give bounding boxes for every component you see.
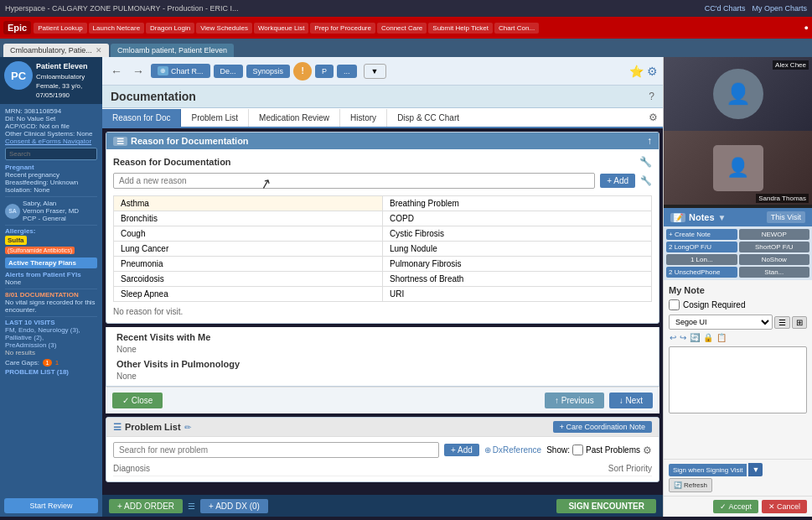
problem-settings-btn[interactable]: ⚙ bbox=[643, 445, 652, 456]
diag-copd[interactable]: COPD bbox=[383, 211, 651, 226]
forward-btn[interactable]: → bbox=[129, 63, 147, 80]
patient-search-input[interactable] bbox=[5, 148, 97, 160]
p-btn[interactable]: P bbox=[315, 65, 334, 78]
care-gaps-count[interactable]: 1 bbox=[43, 359, 51, 367]
problem-list-label[interactable]: PROBLEM LIST (18) bbox=[5, 368, 97, 376]
workqueue-list-btn[interactable]: Workqueue List bbox=[254, 23, 308, 34]
lon-btn[interactable]: 1 Lon... bbox=[666, 254, 737, 265]
cancel-btn[interactable]: ✕ Cancel bbox=[762, 500, 807, 513]
chart-review-btn[interactable]: ⊕ Chart R... bbox=[151, 64, 210, 78]
tab-active[interactable]: Cmloambulatory, Patie... ✕ bbox=[3, 44, 109, 57]
add-reason-input[interactable] bbox=[113, 173, 595, 189]
last10-item2[interactable]: PreAdmission (3) bbox=[5, 341, 97, 349]
epic-logo[interactable]: Epic bbox=[3, 21, 31, 34]
expand-btn[interactable]: ⊞ bbox=[792, 316, 807, 329]
tab-inactive[interactable]: Cmloamb patient, Patient Eleven bbox=[111, 44, 234, 57]
doc-help-icon[interactable]: ? bbox=[649, 91, 654, 102]
create-note-btn[interactable]: + Create Note bbox=[666, 229, 737, 240]
more-btn[interactable]: ... bbox=[337, 65, 357, 78]
dragon-login-btn[interactable]: Dragon Login bbox=[146, 23, 194, 34]
this-visit-btn[interactable]: This Visit bbox=[767, 211, 805, 223]
accept-btn[interactable]: ✓ Accept bbox=[713, 500, 758, 513]
diag-cystic[interactable]: Cystic Fibrosis bbox=[383, 226, 651, 241]
tab-medication-review[interactable]: Medication Review bbox=[249, 109, 340, 127]
previous-btn[interactable]: ↑ Previous bbox=[545, 393, 604, 408]
active-therapy-btn[interactable]: Active Therapy Plans bbox=[5, 257, 97, 268]
my-open-charts-link[interactable]: My Open Charts bbox=[752, 4, 807, 13]
diag-shortness[interactable]: Shortness of Breath bbox=[383, 272, 651, 286]
add-order-btn[interactable]: + ADD ORDER bbox=[109, 499, 183, 513]
patient-lookup-btn[interactable]: Patient Lookup bbox=[34, 23, 86, 34]
diag-pneumonia[interactable]: Pneumonia bbox=[114, 257, 382, 271]
cosign-checkbox[interactable] bbox=[669, 299, 680, 310]
diag-sleep-apnea[interactable]: Sleep Apnea bbox=[114, 287, 382, 301]
diag-lung-nodule[interactable]: Lung Nodule bbox=[383, 242, 651, 256]
diag-sarcoidosis[interactable]: Sarcoidosis bbox=[114, 272, 382, 286]
refresh-btn[interactable]: 🔄 Refresh bbox=[669, 478, 712, 492]
newop-btn[interactable]: NEWOP bbox=[739, 229, 810, 240]
problem-search-input[interactable] bbox=[113, 442, 439, 458]
tab-problem-list[interactable]: Problem List bbox=[181, 109, 249, 127]
care-coordination-btn[interactable]: + Care Coordination Note bbox=[553, 421, 652, 433]
past-problems-checkbox[interactable] bbox=[572, 445, 583, 455]
problem-edit-btn[interactable]: ✏ bbox=[184, 423, 191, 432]
problem-add-btn[interactable]: + Add bbox=[444, 444, 479, 456]
list-view-btn[interactable]: ☰ bbox=[774, 316, 790, 329]
tab-disp-cc[interactable]: Disp & CC Chart bbox=[387, 109, 469, 127]
format-btn[interactable]: 🔄 bbox=[689, 332, 701, 343]
noshow-btn[interactable]: NoShow bbox=[739, 254, 810, 265]
add-reason-btn[interactable]: + Add bbox=[600, 174, 635, 188]
launch-netcare-btn[interactable]: Launch Netcare bbox=[89, 23, 144, 34]
redo-btn[interactable]: ↪ bbox=[679, 332, 687, 343]
next-btn[interactable]: ↓ Next bbox=[609, 393, 653, 408]
diag-breathing[interactable]: Breathing Problem bbox=[383, 196, 651, 211]
synopsis-btn[interactable]: Synopsis bbox=[246, 65, 291, 78]
unsched-phone-btn[interactable]: 2 UnschedPhone bbox=[666, 267, 737, 278]
tab-close-icon[interactable]: ✕ bbox=[96, 46, 102, 55]
add-reason-settings-icon[interactable]: 🔧 bbox=[640, 175, 652, 186]
longop-fu-btn[interactable]: 2 LongOP F/U bbox=[666, 242, 737, 252]
reason-wrench-icon[interactable]: 🔧 bbox=[639, 156, 652, 168]
diag-lung-cancer[interactable]: Lung Cancer bbox=[114, 242, 382, 256]
dx-reference-btn[interactable]: ⊕ DxReference bbox=[484, 445, 541, 455]
notes-dropdown-icon[interactable]: ▼ bbox=[718, 213, 727, 222]
cc-charts-link[interactable]: CC'd Charts bbox=[705, 4, 746, 13]
last10-item1[interactable]: Palliative (2), bbox=[5, 334, 97, 341]
diag-bronchitis[interactable]: Bronchitis bbox=[114, 211, 382, 226]
prep-procedure-btn[interactable]: Prep for Procedure bbox=[310, 23, 375, 34]
diag-asthma[interactable]: Asthma bbox=[114, 196, 382, 211]
sign-dropdown-arrow[interactable]: ▼ bbox=[748, 463, 763, 476]
note-textarea[interactable] bbox=[669, 346, 807, 413]
tab-history[interactable]: History bbox=[340, 109, 387, 127]
diag-uri[interactable]: URI bbox=[383, 287, 651, 301]
undo-btn[interactable]: ↩ bbox=[669, 332, 677, 343]
patient-consent[interactable]: Consent & eForms Navigator bbox=[5, 138, 97, 145]
diag-pulm-fibrosis[interactable]: Pulmonary Fibrosis bbox=[383, 257, 651, 271]
sign-when-signing-btn[interactable]: Sign when Signing Visit bbox=[669, 464, 747, 476]
submit-help-btn[interactable]: Submit Help Ticket bbox=[428, 23, 493, 34]
close-btn[interactable]: ✓ Close bbox=[112, 393, 163, 408]
view-schedules-btn[interactable]: View Schedules bbox=[196, 23, 252, 34]
settings-btn[interactable]: ⚙ bbox=[647, 65, 658, 78]
tab-reason-for-doc[interactable]: Reason for Doc bbox=[102, 109, 181, 127]
dropdown-btn[interactable]: ▼ bbox=[364, 64, 386, 79]
sign-encounter-btn[interactable]: SIGN ENCOUNTER bbox=[556, 499, 656, 513]
nav-settings-btn[interactable]: ⚙ bbox=[649, 112, 658, 123]
chart-con-btn[interactable]: Chart Con... bbox=[494, 23, 539, 34]
connect-care-btn[interactable]: Connect Care bbox=[377, 23, 427, 34]
font-dropdown[interactable]: Segoe UI bbox=[669, 315, 773, 330]
add-dx-btn[interactable]: + ADD DX (0) bbox=[200, 499, 268, 513]
last10-item0[interactable]: FM, Endo, Neurology (3), bbox=[5, 326, 97, 334]
back-btn[interactable]: ← bbox=[107, 63, 126, 80]
template-btn[interactable]: 📋 bbox=[716, 332, 727, 343]
bookmark-btn[interactable]: ⭐ bbox=[629, 65, 644, 78]
de-btn[interactable]: De... bbox=[214, 65, 243, 78]
order-list-icon[interactable]: ☰ bbox=[188, 499, 195, 513]
this-visit-icon-btn[interactable]: ! bbox=[293, 62, 312, 81]
start-review-btn[interactable]: Start Review bbox=[4, 498, 98, 513]
diag-cough[interactable]: Cough bbox=[114, 226, 382, 241]
stan-btn[interactable]: Stan... bbox=[739, 267, 810, 278]
lock-btn[interactable]: 🔒 bbox=[702, 332, 714, 343]
shortop-fu-btn[interactable]: ShortOP F/U bbox=[739, 242, 810, 252]
reason-scroll-up[interactable]: ↑ bbox=[647, 135, 652, 147]
